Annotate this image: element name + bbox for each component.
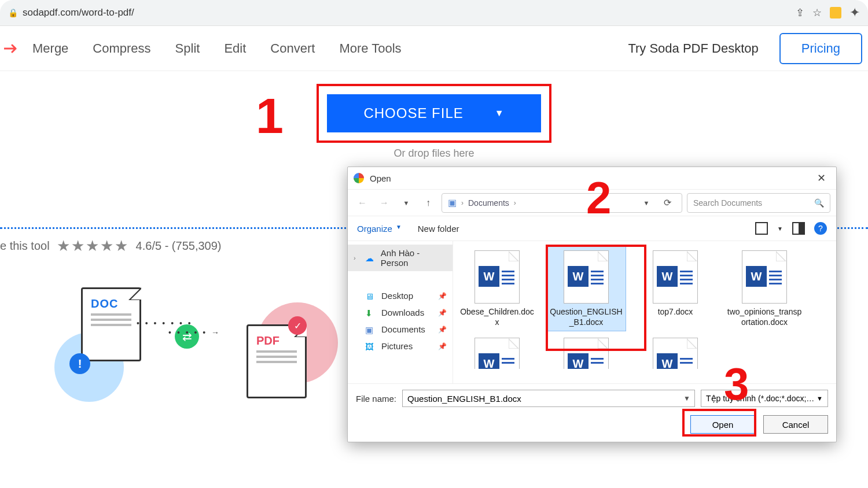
sidebar-label: Documents [381, 324, 425, 334]
history-chevron-down-icon[interactable]: ▼ [398, 194, 415, 212]
rating-prefix: e this tool [0, 239, 50, 253]
nav-back-button[interactable]: ← [354, 194, 371, 212]
breadcrumb-sep-icon: › [514, 199, 516, 207]
share-icon[interactable]: ⇪ [796, 6, 804, 19]
file-item[interactable]: W top7.docx [636, 247, 715, 331]
breadcrumb-folder[interactable]: Documents [468, 198, 509, 208]
dialog-sidebar: › ☁ Anh Hào - Person 🖥 Desktop 📌 ⬇ Downl… [348, 241, 453, 383]
dialog-toolbar: ← → ▼ ↑ ▣ › Documents › ▼ ⟳ Search Docum… [348, 189, 836, 216]
documents-icon: ▣ [365, 325, 376, 334]
desktop-icon: 🖥 [365, 291, 376, 301]
sidebar-label: Downloads [381, 308, 424, 317]
file-item[interactable]: W [636, 334, 715, 369]
nav-edit[interactable]: Edit [224, 41, 246, 56]
pin-icon: 📌 [438, 292, 447, 300]
nav-split[interactable]: Split [175, 41, 200, 56]
dotted-path-icon: • • • • • • • • • • • • → [137, 319, 225, 337]
doc-file-icon: DOC [81, 287, 141, 361]
chevron-down-icon: ▼ [495, 108, 505, 119]
chevron-right-icon: › [354, 254, 359, 261]
extension-badge-icon[interactable] [830, 7, 841, 19]
organize-label: Organize [357, 224, 392, 234]
sidebar-label: Desktop [381, 291, 413, 301]
rating-stars-icon[interactable]: ★★★★★ [57, 237, 129, 255]
pdf-file-icon: PDF [247, 324, 307, 398]
path-breadcrumb[interactable]: ▣ › Documents › ▼ ⟳ [442, 193, 682, 213]
organize-menu[interactable]: Organize ▼ [357, 224, 402, 234]
open-button[interactable]: Open [690, 415, 755, 434]
sidebar-item-downloads[interactable]: ⬇ Downloads 📌 [348, 304, 453, 321]
downloads-icon: ⬇ [365, 308, 376, 317]
refresh-icon[interactable]: ⟳ [659, 194, 676, 212]
annotation-1: 1 [256, 87, 284, 145]
dialog-titlebar: Open ✕ [348, 167, 836, 189]
site-nav: Merge Compress Split Edit Convert More T… [0, 26, 868, 71]
choose-file-button[interactable]: CHOOSE FILE ▼ [327, 94, 541, 132]
filetype-value: Tệp tùy chỉnh (*.doc;*.docx;*.xl [706, 394, 816, 403]
search-icon: 🔍 [814, 198, 824, 208]
sidebar-item-desktop[interactable]: 🖥 Desktop 📌 [348, 287, 453, 304]
file-item[interactable]: W [458, 334, 536, 369]
file-item-selected[interactable]: W Question_ENGLISH_B1.docx [547, 247, 626, 331]
nav-more-tools[interactable]: More Tools [339, 41, 401, 56]
word-file-icon: W [564, 338, 609, 369]
file-name: top7.docx [637, 307, 713, 317]
filename-label: File name: [356, 394, 396, 404]
filetype-select[interactable]: Tệp tùy chỉnh (*.doc;*.docx;*.xl ▼ [701, 390, 828, 407]
word-file-icon: W [564, 250, 609, 304]
check-badge-icon: ✓ [288, 316, 307, 335]
file-item[interactable]: W Obese_Children.docx [458, 247, 536, 331]
doc-label: DOC [91, 297, 131, 310]
drop-hint: Or drop files here [393, 147, 474, 160]
try-desktop-link[interactable]: Try Soda PDF Desktop [628, 41, 758, 56]
dialog-close-button[interactable]: ✕ [812, 169, 830, 187]
file-name: Question_ENGLISH_B1.docx [548, 307, 624, 327]
pdf-label: PDF [256, 334, 297, 347]
nav-up-button[interactable]: ↑ [420, 194, 437, 212]
open-file-dialog: Open ✕ ← → ▼ ↑ ▣ › Documents › ▼ ⟳ Searc… [347, 167, 837, 442]
sidebar-item-pictures[interactable]: 🖼 Pictures 📌 [348, 338, 453, 354]
new-folder-button[interactable]: New folder [418, 224, 459, 234]
file-grid[interactable]: W Obese_Children.docx W Question_ENGLISH… [453, 241, 836, 383]
chevron-down-icon: ▼ [396, 224, 402, 234]
dialog-title: Open [370, 173, 391, 183]
extensions-puzzle-icon[interactable]: ✦ [849, 5, 860, 20]
view-mode-icon[interactable] [755, 222, 768, 235]
cancel-button[interactable]: Cancel [763, 415, 828, 434]
cloud-icon: ☁ [365, 253, 375, 263]
pin-icon: 📌 [438, 326, 447, 334]
chevron-down-icon: ▼ [816, 395, 823, 402]
pricing-button[interactable]: Pricing [779, 33, 862, 64]
pc-icon: ▣ [448, 197, 457, 208]
word-file-icon: W [475, 250, 520, 304]
choose-file-label: CHOOSE FILE [363, 105, 463, 121]
sidebar-item-onedrive[interactable]: › ☁ Anh Hào - Person [348, 245, 453, 271]
file-name: Obese_Children.docx [459, 307, 535, 327]
chrome-icon [354, 173, 364, 183]
pictures-icon: 🖼 [365, 342, 376, 351]
help-icon[interactable]: ? [814, 222, 827, 235]
file-item[interactable]: W [547, 334, 626, 369]
nav-convert[interactable]: Convert [270, 41, 315, 56]
bookmark-star-icon[interactable]: ☆ [812, 6, 822, 19]
preview-toggle-icon[interactable] [792, 222, 805, 235]
nav-compress[interactable]: Compress [93, 41, 150, 56]
word-file-icon: W [653, 338, 698, 369]
search-placeholder: Search Documents [693, 198, 762, 208]
pin-icon: 📌 [438, 309, 447, 317]
dialog-search-input[interactable]: Search Documents 🔍 [687, 193, 830, 213]
pin-icon: 📌 [438, 342, 447, 350]
logo-arrow-icon [0, 43, 23, 54]
browser-address-bar: 🔒 sodapdf.com/word-to-pdf/ ⇪ ☆ ✦ [0, 0, 868, 26]
sidebar-label: Pictures [381, 341, 413, 351]
path-dropdown-icon[interactable]: ▼ [638, 194, 655, 212]
filename-input[interactable] [402, 390, 695, 407]
file-item[interactable]: W two_opinions_transportation.docx [725, 247, 804, 331]
sidebar-item-documents[interactable]: ▣ Documents 📌 [348, 321, 453, 338]
url-text[interactable]: sodapdf.com/word-to-pdf/ [23, 7, 796, 19]
nav-merge[interactable]: Merge [32, 41, 68, 56]
nav-forward-button[interactable]: → [376, 194, 393, 212]
chevron-down-icon[interactable]: ▼ [777, 225, 783, 232]
word-file-icon: W [742, 250, 787, 304]
chevron-down-icon[interactable]: ▼ [683, 394, 690, 402]
